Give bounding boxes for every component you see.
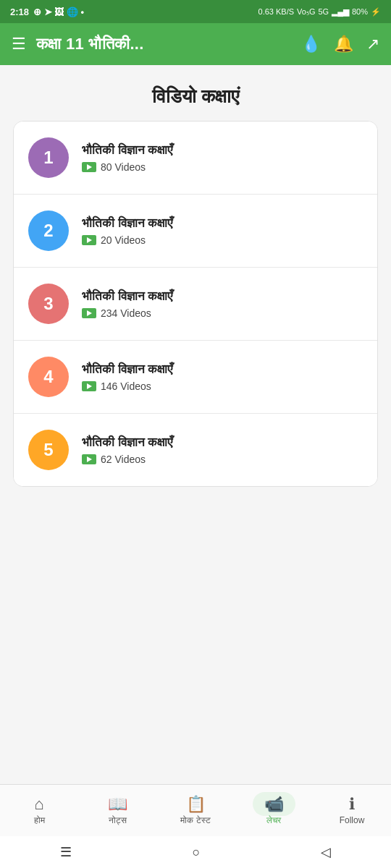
signal-bars: ▂▄▆ [332, 7, 349, 17]
status-icons: ⊕ ➤ 🖼 🌐 • [33, 7, 84, 17]
list-item[interactable]: 4 भौतिकी विज्ञान कक्षाएँ 146 Videos [14, 341, 377, 414]
list-item[interactable]: 1 भौतिकी विज्ञान कक्षाएँ 80 Videos [14, 122, 377, 195]
nav-item-follow[interactable]: ℹFollow [313, 785, 391, 836]
status-bar: 2:18 ⊕ ➤ 🖼 🌐 • 0.63 KB/S Vo₅G 5G ▂▄▆ 80%… [0, 0, 391, 23]
battery-info: 80% [352, 7, 368, 16]
nav-label-mocktest: मोक टेस्ट [180, 815, 210, 825]
item-info: भौतिकी विज्ञान कक्षाएँ 80 Videos [82, 143, 363, 173]
item-title: भौतिकी विज्ञान कक्षाएँ [82, 362, 363, 377]
nav-icon-mocktest: 📋 [186, 796, 206, 812]
video-icon [82, 235, 96, 245]
item-number-circle: 2 [28, 210, 69, 251]
item-info: भौतिकी विज्ञान कक्षाएँ 146 Videos [82, 362, 363, 392]
nav-item-notes[interactable]: 📖नोट्स [78, 785, 156, 836]
android-home-btn[interactable]: ○ [193, 845, 201, 860]
page-title: विडियो कक्षाएं [0, 65, 391, 121]
item-info: भौतिकी विज्ञान कक्षाएँ 62 Videos [82, 435, 363, 465]
item-subtitle: 20 Videos [82, 234, 363, 246]
signal-info: 5G [318, 7, 329, 16]
video-count: 234 Videos [101, 307, 151, 319]
network-info: 0.63 KB/S [258, 7, 295, 16]
item-number-circle: 5 [28, 430, 69, 470]
menu-icon[interactable]: ☰ [12, 35, 26, 54]
nav-item-mocktest[interactable]: 📋मोक टेस्ट [156, 785, 235, 836]
droplet-icon[interactable]: 💧 [301, 35, 321, 54]
nav-label-follow: Follow [340, 815, 365, 825]
video-icon [82, 308, 96, 318]
item-subtitle: 62 Videos [82, 454, 363, 465]
nav-icon-follow: ℹ [349, 796, 355, 812]
nav-icon-home: ⌂ [34, 796, 43, 812]
bell-icon[interactable]: 🔔 [334, 35, 353, 54]
video-list-container: 1 भौतिकी विज्ञान कक्षाएँ 80 Videos 2 भौत… [13, 121, 378, 487]
item-number-circle: 1 [28, 137, 69, 178]
item-number-circle: 3 [28, 284, 69, 324]
video-count: 20 Videos [101, 234, 146, 246]
list-item[interactable]: 3 भौतिकी विज्ञान कक्षाएँ 234 Videos [14, 268, 377, 341]
nav-icon-notes: 📖 [108, 796, 127, 812]
android-back-btn[interactable]: ◁ [321, 844, 331, 860]
item-subtitle: 234 Videos [82, 307, 363, 319]
app-bar: ☰ कक्षा 11 भौतिकी... 💧 🔔 ↗ [0, 23, 391, 65]
item-title: भौतिकी विज्ञान कक्षाएँ [82, 435, 363, 450]
item-info: भौतिकी विज्ञान कक्षाएँ 234 Videos [82, 289, 363, 319]
app-bar-actions: 💧 🔔 ↗ [301, 35, 379, 54]
item-info: भौतिकी विज्ञान कक्षाएँ 20 Videos [82, 216, 363, 246]
list-item[interactable]: 2 भौतिकी विज्ञान कक्षाएँ 20 Videos [14, 195, 377, 268]
item-title: भौतिकी विज्ञान कक्षाएँ [82, 289, 363, 304]
share-icon[interactable]: ↗ [366, 35, 379, 54]
video-count: 80 Videos [101, 161, 146, 173]
video-count: 62 Videos [101, 454, 146, 465]
time-display: 2:18 [10, 7, 29, 17]
nav-label-lecture: लेचर [266, 815, 281, 825]
bottom-nav: ⌂होम📖नोट्स📋मोक टेस्ट📹लेचरℹFollow [0, 784, 391, 836]
item-number-circle: 4 [28, 357, 69, 397]
nav-item-lecture[interactable]: 📹लेचर [235, 785, 313, 836]
app-bar-title: कक्षा 11 भौतिकी... [36, 35, 301, 54]
list-item[interactable]: 5 भौतिकी विज्ञान कक्षाएँ 62 Videos [14, 414, 377, 486]
video-icon [82, 162, 96, 172]
nav-label-home: होम [34, 815, 45, 825]
video-icon [82, 381, 96, 391]
carrier-info: Vo₅G [297, 7, 315, 17]
item-title: भौतिकी विज्ञान कक्षाएँ [82, 216, 363, 231]
android-menu-btn[interactable]: ☰ [60, 844, 72, 860]
battery-icon: ⚡ [371, 7, 381, 17]
nav-icon-lecture: 📹 [253, 796, 295, 812]
item-subtitle: 146 Videos [82, 380, 363, 392]
android-nav-bar: ☰ ○ ◁ [0, 836, 391, 868]
video-icon [82, 454, 96, 464]
status-time: 2:18 ⊕ ➤ 🖼 🌐 • [10, 7, 84, 17]
nav-item-home[interactable]: ⌂होम [0, 785, 78, 836]
nav-label-notes: नोट्स [109, 815, 127, 825]
item-title: भौतिकी विज्ञान कक्षाएँ [82, 143, 363, 158]
status-right-icons: 0.63 KB/S Vo₅G 5G ▂▄▆ 80% ⚡ [258, 7, 381, 17]
item-subtitle: 80 Videos [82, 161, 363, 173]
video-count: 146 Videos [101, 380, 151, 392]
